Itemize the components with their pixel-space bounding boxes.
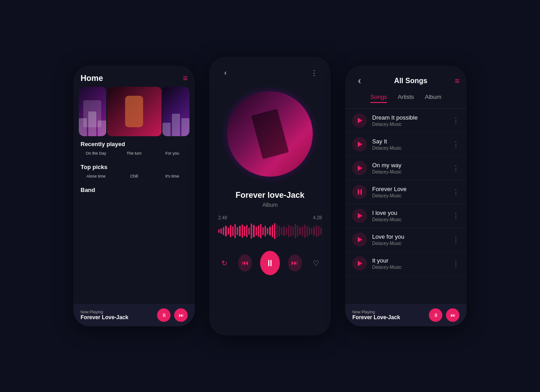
song-artist: Delacey-Music: [372, 241, 447, 246]
previous-button[interactable]: ⏮: [238, 254, 252, 272]
hero-image-1: [79, 87, 106, 136]
song-more-button[interactable]: ⋮: [452, 188, 459, 196]
phone-all-songs: ‹ All Songs ≡ Songs Artists Album Dream …: [345, 66, 467, 326]
all-songs-pause-button[interactable]: ⏸: [429, 308, 442, 322]
song-info: I love youDelacey-Music: [372, 209, 447, 222]
all-songs-np-title: Forever Love-Jack: [352, 314, 400, 321]
song-more-button[interactable]: ⋮: [452, 212, 459, 220]
song-more-button[interactable]: ⋮: [452, 259, 459, 268]
top-picks-item-3[interactable]: It's time: [155, 173, 189, 178]
song-play-button[interactable]: [352, 137, 367, 151]
menu-icon[interactable]: ≡: [183, 74, 188, 83]
recently-played-label-3: For you: [155, 151, 189, 156]
song-list: Dream It possibleDelacey-Music⋮Say ItDel…: [345, 109, 467, 276]
waveform-bar: [272, 225, 273, 237]
time-current: 2.48: [218, 215, 227, 220]
all-songs-now-playing-info: Now Playing Forever Love-Jack: [352, 310, 400, 321]
song-more-button[interactable]: ⋮: [452, 164, 459, 173]
waveform-bar: [286, 227, 287, 235]
waveform-bars[interactable]: [218, 222, 322, 240]
phone-player: ‹ ⋮ Forever love-Jack Album 2.48 4.28 ↻ …: [209, 57, 331, 335]
next-track-button[interactable]: ⏭: [288, 254, 302, 272]
all-songs-now-playing: Now Playing Forever Love-Jack ⏸ ⏭: [345, 304, 467, 326]
play-pause-button[interactable]: ⏸: [260, 251, 280, 275]
song-artist: Delacey-Music: [372, 265, 447, 270]
song-title: Love for you: [372, 233, 447, 240]
song-title: Forever Love: [372, 186, 447, 192]
more-options-button[interactable]: ⋮: [307, 66, 322, 80]
song-play-button[interactable]: [352, 113, 367, 128]
waveform-bar: [220, 228, 222, 234]
song-artist: Delacey-Music: [372, 217, 447, 222]
waveform-bar: [309, 227, 310, 235]
song-info: Forever LoveDelacey-Music: [372, 186, 447, 198]
song-list-item[interactable]: It yourDelacey-Music⋮: [345, 252, 467, 276]
song-list-item[interactable]: Forever LoveDelacey-Music⋮: [345, 180, 467, 204]
home-title: Home: [81, 74, 103, 83]
recently-played-item-2[interactable]: The turn: [117, 150, 152, 156]
now-playing-controls: ⏸ ⏭: [157, 308, 188, 322]
all-songs-back-button[interactable]: ‹: [352, 74, 367, 88]
top-picks-label-2: Chill: [117, 174, 152, 178]
recently-played-item-1[interactable]: On the Day: [79, 150, 113, 156]
song-play-button[interactable]: [352, 209, 367, 223]
waveform-bar: [232, 226, 234, 236]
player-song-title: Forever love-Jack: [218, 191, 322, 200]
waveform-bar: [274, 223, 275, 239]
player-song-info: Forever love-Jack Album: [209, 183, 331, 212]
all-songs-next-button[interactable]: ⏭: [446, 308, 459, 322]
song-list-item[interactable]: Dream It possibleDelacey-Music⋮: [345, 109, 467, 133]
repeat-button[interactable]: ↻: [218, 256, 230, 270]
all-songs-np-label: Now Playing: [352, 310, 400, 314]
song-play-button[interactable]: [352, 256, 367, 271]
song-play-button[interactable]: [352, 161, 367, 175]
waveform-bar: [276, 224, 278, 238]
waveform-bar: [258, 225, 259, 237]
waveform-bar: [251, 223, 252, 239]
waveform-bar: [248, 227, 250, 235]
waveform-bar: [253, 225, 254, 237]
waveform-bar: [244, 226, 245, 236]
song-list-item[interactable]: I love youDelacey-Music⋮: [345, 204, 467, 228]
tab-artists[interactable]: Artists: [398, 94, 414, 103]
song-list-item[interactable]: Love for youDelacey-Music⋮: [345, 228, 467, 252]
now-playing-bar: Now Playing Forever Love-Jack ⏸ ⏭: [73, 304, 195, 326]
top-picks-item-2[interactable]: Chill: [117, 173, 152, 178]
now-playing-title: Forever Love-Jack: [81, 314, 128, 321]
song-title: On my way: [372, 162, 447, 169]
waveform-bar: [320, 227, 322, 235]
waveform-bar: [311, 228, 312, 234]
song-info: On my wayDelacey-Music: [372, 162, 447, 174]
next-button[interactable]: ⏭: [174, 308, 188, 322]
waveform-bar: [269, 227, 270, 236]
song-list-item[interactable]: On my wayDelacey-Music⋮: [345, 156, 467, 180]
song-play-button[interactable]: [352, 232, 367, 247]
recently-played-row: On the Day The turn For you: [73, 150, 195, 156]
tab-songs[interactable]: Songs: [370, 94, 387, 103]
waveform-bar: [260, 224, 261, 238]
album-image: [227, 91, 313, 177]
all-songs-filter-icon[interactable]: ≡: [454, 76, 459, 86]
song-list-item[interactable]: Say ItDelacey-Music⋮: [345, 133, 467, 156]
waveform-bar: [279, 226, 280, 236]
now-playing-info: Now Playing Forever Love-Jack: [81, 310, 128, 321]
phone-home: Home ≡: [73, 66, 195, 326]
heart-button[interactable]: ♡: [310, 256, 322, 270]
home-header: Home ≡: [73, 66, 195, 87]
recently-played-item-3[interactable]: For you: [155, 150, 189, 156]
song-info: Say ItDelacey-Music: [372, 138, 447, 151]
waveform-bar: [256, 227, 257, 236]
song-play-button[interactable]: [352, 185, 367, 199]
waveform-bar: [225, 226, 226, 236]
band-label: Band: [73, 182, 195, 196]
back-button[interactable]: ‹: [218, 66, 233, 80]
top-picks-label-1: Alone time: [79, 174, 113, 178]
song-more-button[interactable]: ⋮: [452, 236, 459, 244]
pause-button[interactable]: ⏸: [157, 308, 171, 322]
top-picks-item-1[interactable]: Alone time: [79, 173, 113, 178]
song-more-button[interactable]: ⋮: [452, 116, 459, 125]
tab-album[interactable]: Album: [425, 94, 441, 103]
songs-tabs: Songs Artists Album: [345, 92, 467, 109]
waveform-times: 2.48 4.28: [218, 215, 322, 220]
song-more-button[interactable]: ⋮: [452, 140, 459, 149]
